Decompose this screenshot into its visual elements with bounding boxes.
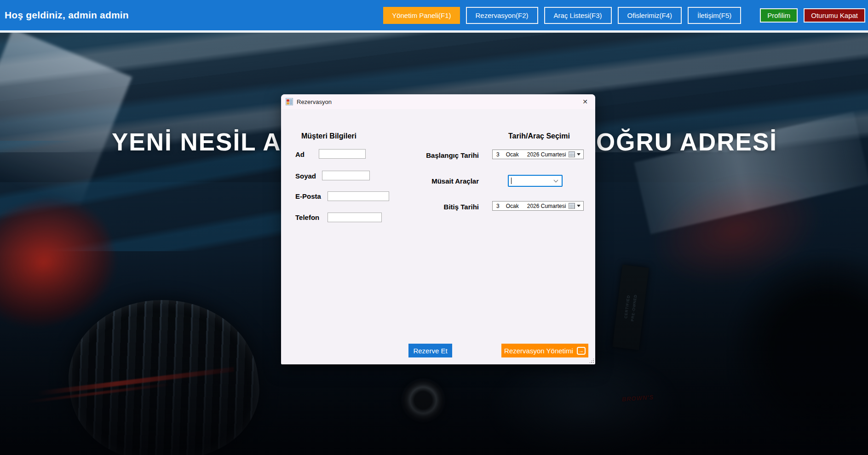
start-date-month[interactable]: Ocak xyxy=(506,151,519,158)
end-date-day[interactable]: 3 xyxy=(496,203,500,209)
last-name-label: Soyad xyxy=(295,172,316,180)
logout-button[interactable]: Oturumu Kapat xyxy=(804,8,865,23)
top-nav-bar: Hoş geldiniz, admin admin Yönetim Paneli… xyxy=(0,0,868,30)
first-name-input[interactable] xyxy=(319,149,366,159)
reservation-management-button[interactable]: Rezervasyon Yönetimi → xyxy=(501,344,588,357)
start-date-picker[interactable]: 3 Ocak 2026 Cumartesi xyxy=(492,150,584,159)
last-name-input[interactable] xyxy=(322,171,370,180)
hero-headline-right: OĞRU ADRESİ xyxy=(596,128,777,156)
email-label: E-Posta xyxy=(295,192,321,200)
dialog-titlebar[interactable]: Rezervasyon ✕ xyxy=(281,94,595,109)
nav-arac-listesi-button[interactable]: Araç Listesi(F3) xyxy=(544,7,612,24)
profile-button[interactable]: Profilim xyxy=(760,8,798,23)
calendar-icon xyxy=(569,203,575,209)
arrow-right-icon: → xyxy=(577,347,586,355)
start-date-label: Başlangıç Tarihi xyxy=(414,151,479,159)
reserve-button[interactable]: Rezerve Et xyxy=(408,344,452,357)
nav-ofislerimiz-button[interactable]: Ofislerimiz(F4) xyxy=(618,7,682,24)
calendar-icon xyxy=(569,151,575,157)
reservation-management-label: Rezervasyon Yönetimi xyxy=(504,347,573,355)
nav-iletisim-button[interactable]: İletişim(F5) xyxy=(688,7,741,24)
reservation-dialog: Rezervasyon ✕ Müşteri Bilgileri Ad Soyad… xyxy=(281,94,595,364)
start-date-year-dow[interactable]: 2026 Cumartesi xyxy=(527,151,566,158)
winforms-app-icon xyxy=(286,98,293,105)
customer-section-heading: Müşteri Bilgileri xyxy=(301,132,356,140)
nav-yonetim-paneli-button[interactable]: Yönetim Paneli(F1) xyxy=(383,7,460,24)
hero-headline-left: YENİ NESİL A xyxy=(112,128,282,156)
close-icon[interactable]: ✕ xyxy=(581,98,589,106)
header-divider xyxy=(0,30,868,33)
available-vehicles-label: Müsait Araçlar xyxy=(414,177,479,185)
phone-input[interactable] xyxy=(328,213,382,222)
text-cursor xyxy=(511,178,512,184)
chevron-down-icon[interactable] xyxy=(554,178,558,183)
phone-label: Telefon xyxy=(295,213,319,221)
selection-section-heading: Tarih/Araç Seçimi xyxy=(508,132,570,140)
resize-grip[interactable] xyxy=(589,358,594,363)
start-date-day[interactable]: 3 xyxy=(496,151,500,158)
dropdown-arrow-icon[interactable] xyxy=(577,153,581,156)
dropdown-arrow-icon[interactable] xyxy=(577,205,581,207)
end-date-label: Bitiş Tarihi xyxy=(414,203,479,211)
email-input[interactable] xyxy=(328,191,389,201)
dialog-title: Rezervasyon xyxy=(297,98,332,105)
nav-button-group: Yönetim Paneli(F1) Rezervasyon(F2) Araç … xyxy=(383,0,865,30)
end-date-month[interactable]: Ocak xyxy=(506,203,519,209)
nav-rezervasyon-button[interactable]: Rezervasyon(F2) xyxy=(466,7,538,24)
app-screen: CERTIFIED PRE-OWNED BROWN'S YENİ NESİL A… xyxy=(0,0,868,455)
end-date-picker[interactable]: 3 Ocak 2026 Cumartesi xyxy=(492,201,584,211)
available-vehicles-combobox[interactable] xyxy=(508,175,563,187)
welcome-text: Hoş geldiniz, admin admin xyxy=(5,10,129,21)
end-date-year-dow[interactable]: 2026 Cumartesi xyxy=(527,203,566,209)
first-name-label: Ad xyxy=(295,150,305,158)
